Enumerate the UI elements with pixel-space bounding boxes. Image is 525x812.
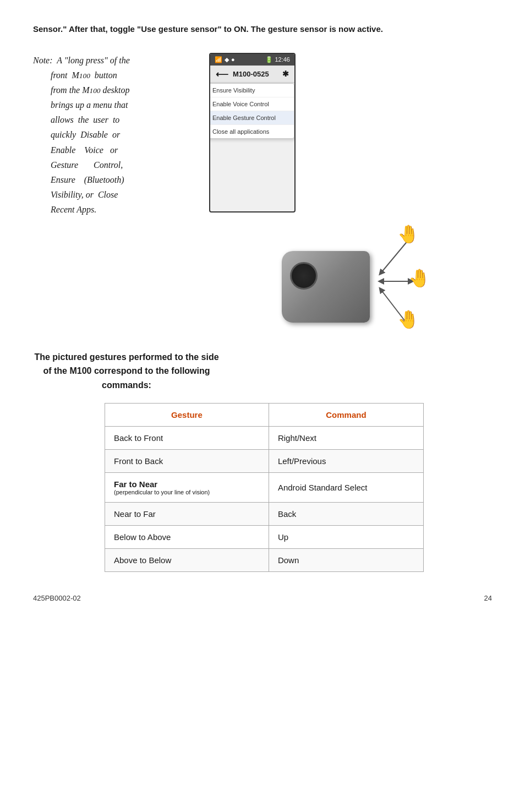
footer: 425PB0002-02 24 (33, 594, 492, 602)
ui-mockup-column: 📶 ◆ ● 🔋 12:46 ⟵ M100-0525 ✱ 🔍 (209, 53, 492, 345)
table-row: Near to Far Back (105, 503, 424, 526)
dot-icon: ◆ (225, 56, 229, 63)
caption-text: The pictured gestures performed to the s… (33, 350, 220, 393)
m100-ui-mockup: 📶 ◆ ● 🔋 12:46 ⟵ M100-0525 ✱ 🔍 (209, 53, 296, 212)
table-row: Below to Above Up (105, 526, 424, 549)
command-cell: Right/Next (269, 427, 423, 450)
intro-text: Sensor." After that, toggle "Use gesture… (33, 22, 492, 36)
back-arrow-icon: ⟵ (216, 69, 228, 79)
gesture-cell: Far to Near (perpendicular to your line … (105, 473, 269, 503)
gesture-table: Gesture Command Back to Front Right/Next… (105, 403, 424, 572)
command-cell: Android Standard Select (269, 473, 423, 503)
main-layout: Note: A "long press" of the front M100 b… (33, 53, 492, 345)
gesture-table-container: Gesture Command Back to Front Right/Next… (105, 403, 424, 572)
gesture-diagram-container: 🤚 🤚 🤚 (209, 224, 492, 345)
m100-content-area: 🔍 ⚙ 🔊 Search Settings Audio Re Ensure Vi… (210, 83, 294, 122)
caption-section: The pictured gestures performed to the s… (33, 350, 492, 393)
footer-right: 24 (484, 594, 492, 602)
gesture-diagram: 🤚 🤚 🤚 (271, 224, 430, 345)
battery-icon: 🔋 (265, 56, 273, 63)
note-column: Note: A "long press" of the front M100 b… (33, 53, 193, 345)
command-cell: Up (269, 526, 423, 549)
hand-icon-top: 🤚 (397, 224, 419, 244)
command-cell: Down (269, 549, 423, 572)
dropdown-item-close[interactable]: Close all applications (209, 125, 294, 138)
m100-title: M100-0525 (233, 70, 269, 78)
command-cell: Left/Previous (269, 450, 423, 473)
table-row: Far to Near (perpendicular to your line … (105, 473, 424, 503)
svg-line-0 (381, 240, 408, 273)
table-head: Gesture Command (105, 404, 424, 427)
table-body: Back to Front Right/Next Front to Back L… (105, 427, 424, 572)
gesture-cell: Back to Front (105, 427, 269, 450)
m100-topbar-left: 📶 ◆ ● (215, 56, 235, 63)
m100-dropdown-menu: Ensure Visibility Enable Voice Control E… (209, 83, 294, 139)
command-cell: Back (269, 503, 423, 526)
footer-left: 425PB0002-02 (33, 594, 81, 602)
dropdown-item-visibility[interactable]: Ensure Visibility (209, 84, 294, 97)
bluetooth-icon: ✱ (282, 69, 289, 78)
m100-topbar-right: 🔋 12:46 (265, 56, 290, 63)
signal-icon: 📶 (215, 56, 222, 63)
hand-icon-middle: 🤚 (408, 268, 430, 288)
table-row: Above to Below Down (105, 549, 424, 572)
hand-icon-bottom: 🤚 (397, 309, 419, 330)
table-row: Back to Front Right/Next (105, 427, 424, 450)
col-header-command: Command (269, 404, 423, 427)
table-row: Front to Back Left/Previous (105, 450, 424, 473)
gesture-cell: Near to Far (105, 503, 269, 526)
m100-titlebar: ⟵ M100-0525 ✱ (210, 66, 294, 83)
gesture-cell: Above to Below (105, 549, 269, 572)
time-display: 12:46 (275, 56, 290, 63)
dropdown-item-gesture[interactable]: Enable Gesture Control (209, 111, 294, 125)
wifi-icon: ● (231, 56, 235, 63)
gesture-cell: Below to Above (105, 526, 269, 549)
gesture-cell: Front to Back (105, 450, 269, 473)
col-header-gesture: Gesture (105, 404, 269, 427)
note-text: Note: A "long press" of the front M100 b… (33, 53, 193, 217)
table-header-row: Gesture Command (105, 404, 424, 427)
dropdown-item-voice[interactable]: Enable Voice Control (209, 97, 294, 111)
m100-status-bar: 📶 ◆ ● 🔋 12:46 (210, 54, 294, 66)
gesture-note: (perpendicular to your line of vision) (114, 489, 260, 495)
